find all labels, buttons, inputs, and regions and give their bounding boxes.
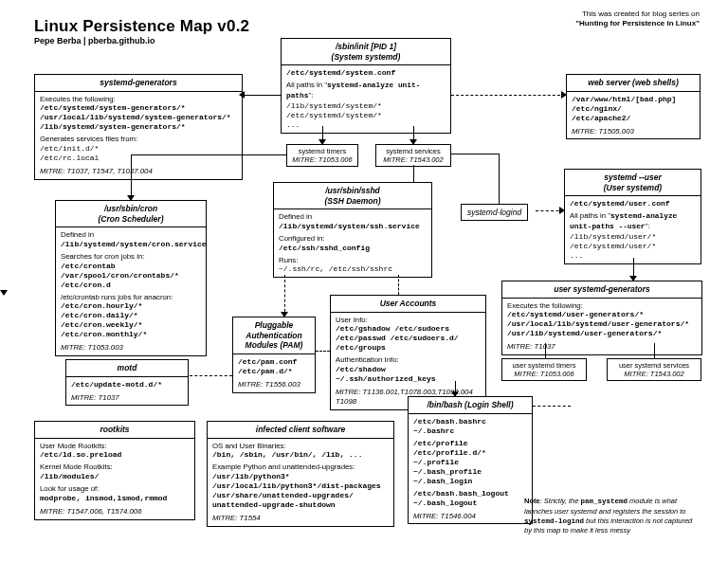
path-list: /etc/cron.hourly/* /etc/cron.daily/* /et… (61, 301, 201, 339)
label: Defined in (61, 230, 201, 240)
box-user-systemd-generators: user systemd-generators Executes the fol… (501, 281, 702, 355)
mitre-ref: MITRE: T1053.003 (61, 343, 201, 353)
label: Searches for cron jobs in: (61, 252, 201, 262)
box-infected: infected client software OS and User Bin… (207, 421, 394, 527)
box-motd: motd /etc/update-motd.d/* MITRE: T1037 (65, 359, 189, 406)
box-systemd-user: systemd --user (User systemd) /etc/syste… (564, 169, 701, 264)
hdr-systemd-generators: systemd-generators (35, 75, 242, 92)
mitre-ref: MITRE: T1037 (507, 342, 697, 352)
chip-user-timers: user systemd timersMITRE: T1053.006 (501, 358, 587, 381)
label: Look for usage of: (40, 484, 190, 494)
hdr-accounts: User Accounts (331, 296, 485, 313)
label: Example Python and unattended-upgrades: (212, 462, 389, 472)
path: /etc/systemd/user.conf (570, 199, 696, 208)
label: Authentication Info: (336, 355, 481, 365)
box-rootkits: rootkits User Mode Rootkits: /etc/ld.so.… (34, 421, 195, 520)
path-list: /usr/lib/python3* /usr/local/lib/python3… (212, 472, 389, 510)
path: /etc/ssh/sshd_config (279, 244, 427, 253)
label: Generates services files from: (40, 135, 237, 144)
mitre-ref: MITRE: T1547.006, T1574.006 (40, 507, 190, 517)
box-web-server: web server (web shells) /var/www/html/[b… (566, 74, 701, 139)
box-pam: Pluggable Authentication Modules (PAM) /… (232, 317, 316, 393)
box-user-accounts: User Accounts User Info: /etc/gshadow /e… (330, 295, 486, 410)
box-init: /sbin/init [PID 1] (System systemd) /etc… (281, 38, 451, 134)
path-list: /etc/gshadow /etc/sudoers /etc/passwd /e… (336, 324, 481, 353)
chip-systemd-services: systemd servicesMITRE: T1543.002 (375, 144, 451, 167)
path-list: /etc/shadow ~/.ssh/authorized_keys (336, 365, 481, 384)
hdr-pam: Pluggable Authentication Modules (PAM) (233, 317, 315, 354)
mitre-ref: MITRE: T1505.003 (572, 127, 695, 136)
hdr-init: /sbin/init [PID 1] (System systemd) (282, 39, 450, 65)
hdr-web: web server (web shells) (567, 75, 700, 92)
label: OS and User Binaries: (212, 442, 389, 451)
chip-systemd-timers: systemd timersMITRE: T1053.006 (286, 144, 358, 167)
mitre-ref: MITRE: T1556.003 (238, 380, 310, 390)
mitre-ref: MITRE: T1546.004 (413, 512, 527, 521)
path-list: /var/www/html/[bad.php] /etc/nginx/ /etc… (572, 95, 695, 123)
path: ~/.ssh/rc, /etc/ssh/sshrc (279, 264, 427, 274)
page-title: Linux Persistence Map v0.2 (34, 17, 249, 36)
hdr-infected: infected client software (208, 422, 393, 439)
path: /etc/ld.so.preload (40, 450, 190, 460)
path-list: /etc/bash.bashrc ~/.bashrc (413, 417, 527, 436)
chip-user-services: user systemd servicesMITRE: T1543.002 (607, 358, 701, 381)
box-sshd: /usr/sbin/sshd (SSH Daemon) Defined in /… (273, 182, 432, 278)
box-systemd-generators: systemd-generators Executes the followin… (34, 74, 243, 180)
path: /etc/systemd/system.conf (286, 68, 446, 78)
label: Configured in: (279, 234, 427, 244)
hdr-bash: /bin/bash (Login Shell) (409, 397, 532, 414)
path: /lib/systemd/system/ssh.service (279, 222, 427, 231)
path: /etc/update-motd.d/* (71, 380, 183, 390)
label: Defined in (279, 212, 427, 222)
path-list: /etc/profile /etc/profile.d/* ~/.profile… (413, 439, 527, 486)
path-list: /etc/bash.bash_logout ~/.bash_logout (413, 489, 527, 508)
label: All paths in "systemd-analyze unit-paths… (286, 81, 446, 100)
path: /lib/modules/ (40, 472, 190, 481)
path-list: /etc/systemd/user-generators/* /usr/loca… (507, 310, 697, 338)
label: Executes the following: (40, 95, 237, 104)
label: User Info: (336, 316, 481, 325)
label-systemd-logind: systemd-logind (461, 204, 528, 221)
label: All paths in "systemd-analyze unit-paths… (570, 211, 696, 231)
hdr-systemd-user: systemd --user (User systemd) (565, 170, 701, 196)
mitre-ref: MITRE: T1037 (71, 393, 183, 403)
credit-text: This was created for blog series on "Hun… (575, 9, 700, 29)
box-cron: /usr/sbin/cron (Cron Scheduler) Defined … (55, 200, 207, 356)
path: /bin, /sbin, /usr/bin/, /lib, ... (212, 450, 389, 460)
label: Kernel Mode Rootkits: (40, 462, 190, 472)
box-bash: /bin/bash (Login Shell) /etc/bash.bashrc… (408, 396, 533, 524)
page-subtitle: Pepe Berba | pberba.github.io (34, 36, 155, 45)
path-list: /etc/crontab /var/spool/cron/crontabs/* … (61, 262, 201, 290)
label: Executes the following: (507, 301, 697, 311)
hdr-sshd: /usr/sbin/sshd (SSH Daemon) (274, 183, 431, 209)
footnote: Note: Strictly, the pam_systemd module i… (524, 497, 700, 535)
label: Runs: (279, 256, 427, 265)
mitre-ref: MITRE: T1037, T1547, T1037.004 (40, 167, 237, 176)
hdr-cron: /usr/sbin/cron (Cron Scheduler) (56, 201, 206, 227)
path-list: /etc/systemd/system-generators/* /usr/lo… (40, 103, 237, 132)
path-list: /etc/pam.conf /etc/pam.d/* (238, 357, 310, 376)
mitre-ref: MITRE: T1554 (212, 514, 389, 523)
label: /etc/crontab runs jobs for anacron: (61, 293, 201, 302)
hdr-user-gen: user systemd-generators (502, 281, 701, 299)
hdr-rootkits: rootkits (35, 422, 194, 439)
path-list: /lib/systemd/system/* /etc/systemd/syste… (286, 101, 446, 130)
hdr-motd: motd (66, 360, 188, 377)
label: User Mode Rootkits: (40, 442, 190, 451)
path-list: /lib/systemd/user/* /etc/systemd/user/* … (570, 232, 696, 261)
path: modprobe, insmod,lsmod,rmmod (40, 494, 190, 503)
path: /lib/systemd/system/cron.service (61, 240, 201, 249)
